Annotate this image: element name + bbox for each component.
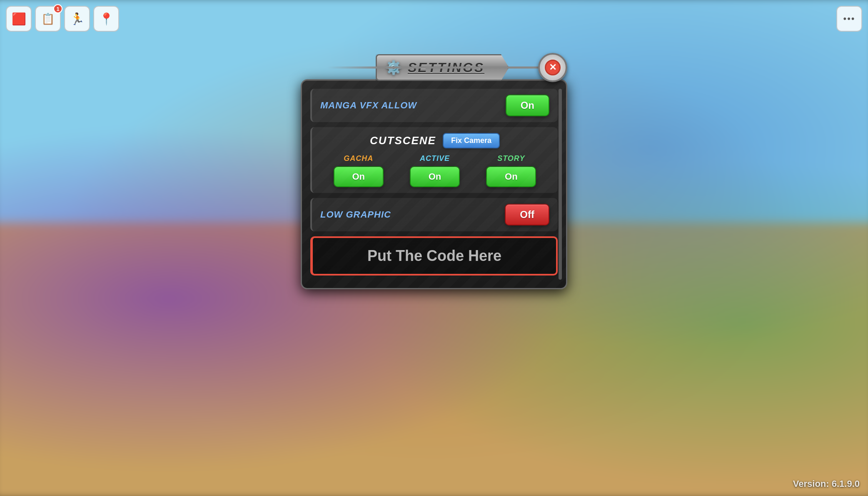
manga-vfx-label: MANGA VFX ALLOW: [320, 100, 417, 111]
low-graphic-label: LOW GRAPHIC: [320, 209, 391, 220]
active-toggle[interactable]: On: [410, 166, 460, 187]
cutscene-header: CUTSCENE Fix Camera: [320, 133, 549, 148]
low-graphic-toggle[interactable]: Off: [505, 204, 549, 225]
top-right-menu-button[interactable]: •••: [836, 6, 862, 32]
cutscene-title: CUTSCENE: [370, 134, 436, 147]
fix-camera-button[interactable]: Fix Camera: [443, 133, 500, 148]
gacha-toggle[interactable]: On: [334, 166, 384, 187]
story-toggle[interactable]: On: [486, 166, 536, 187]
notes-icon: 📋: [41, 13, 55, 25]
modal-title-bar: ⚙️ SETTINGS ✕: [301, 54, 567, 81]
story-label: STORY: [497, 154, 525, 163]
modal-body: MANGA VFX ALLOW On CUTSCENE Fix Camera G…: [301, 79, 567, 289]
manga-vfx-row: MANGA VFX ALLOW On: [310, 89, 558, 122]
active-label: ACTIVE: [420, 154, 450, 163]
left-arrow: [301, 230, 302, 282]
top-left-icon-bar: 🟥 📋 1 🏃 📍: [6, 6, 119, 32]
roblox-home-button[interactable]: 🟥: [6, 6, 32, 32]
roblox-icon: 🟥: [12, 12, 26, 26]
close-x-icon: ✕: [545, 60, 561, 75]
settings-modal: ⚙️ SETTINGS ✕ MANGA VFX ALLOW On CUTSCEN…: [301, 54, 567, 289]
low-graphic-row: LOW GRAPHIC Off: [310, 198, 558, 231]
code-input-row[interactable]: [310, 236, 558, 276]
close-button[interactable]: ✕: [538, 53, 567, 82]
map-icon: 📍: [99, 12, 114, 26]
version-label: Version: 6.1.9.0: [793, 478, 860, 489]
code-input[interactable]: [313, 238, 556, 274]
gacha-label: GACHA: [344, 154, 373, 163]
map-button[interactable]: 📍: [93, 6, 119, 32]
notes-button[interactable]: 📋 1: [35, 6, 61, 32]
gacha-col: GACHA On: [334, 154, 384, 187]
notification-badge: 1: [53, 4, 62, 13]
menu-dots-icon: •••: [843, 13, 855, 24]
run-button[interactable]: 🏃: [64, 6, 90, 32]
cutscene-sub-row: GACHA On ACTIVE On STORY On: [320, 154, 549, 187]
code-input-wrapper: [310, 236, 558, 276]
run-icon: 🏃: [70, 12, 85, 26]
manga-vfx-toggle[interactable]: On: [506, 95, 549, 116]
active-col: ACTIVE On: [410, 154, 460, 187]
right-arrow: [566, 230, 567, 282]
story-col: STORY On: [486, 154, 536, 187]
cutscene-section: CUTSCENE Fix Camera GACHA On ACTIVE On S…: [310, 127, 558, 193]
